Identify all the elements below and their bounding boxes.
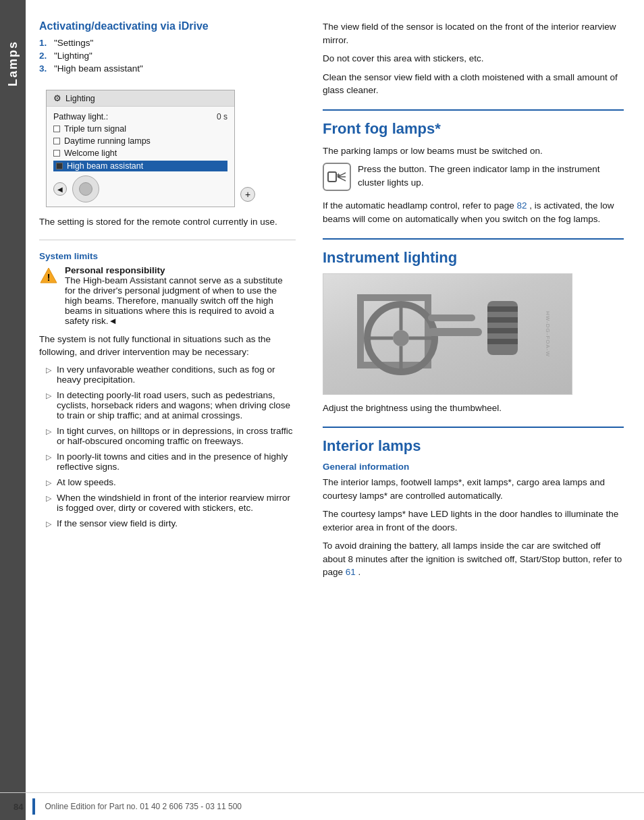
bullet-6: ▷ When the windshield in front of the in… (39, 493, 296, 513)
idrive-title-bar: ⚙ Lighting (47, 90, 234, 107)
fog-link[interactable]: 82 (516, 200, 527, 211)
divider-instrument (323, 238, 624, 240)
thumb-line-1 (487, 306, 518, 312)
menu-item-2: Daytime running lamps (53, 135, 227, 147)
step-1-text: "Settings" (54, 38, 93, 48)
bullet-arrow-1: ▷ (46, 366, 51, 375)
instrument-heading: Instrument lighting (323, 249, 624, 267)
footer-bar (32, 798, 35, 815)
warning-text: Personal responsibility The High-beam As… (65, 265, 296, 326)
side-tab-label: Lamps (6, 40, 20, 86)
steps-list: 1. "Settings" 2. "Lighting" 3. "High bea… (39, 38, 296, 74)
menu-item-3: Welcome light (53, 147, 227, 159)
idrive-heading: Activating/deactivating via iDrive (39, 20, 296, 32)
steering-wheel-svg (364, 301, 438, 375)
svg-rect-2 (328, 172, 336, 182)
fog-text-2-pre: If the automatic headlamp control, refer… (323, 200, 514, 211)
bullet-arrow-4: ▷ (46, 453, 51, 462)
menu-item-1: Triple turn signal (53, 123, 227, 135)
system-limits-heading: System limits (39, 251, 296, 261)
bullet-6-text: When the windshield in front of the inte… (57, 493, 296, 513)
warning-title: Personal responsibility (65, 265, 165, 275)
general-text-2: The courtesy lamps* have LED lights in t… (323, 508, 624, 534)
bullet-5-text: At low speeds. (57, 477, 116, 487)
system-intro: The system is not fully functional in si… (39, 333, 296, 359)
pathway-label: Pathway light.: (53, 112, 108, 121)
menu-item-3-left: Welcome light (53, 148, 117, 158)
step-2-num: 2. (39, 51, 50, 61)
checkbox-2 (53, 138, 60, 144)
bullet-2-text: In detecting poorly-lit road users, such… (57, 390, 296, 420)
bullet-arrow-2: ▷ (46, 391, 51, 400)
menu-item-2-label: Daytime running lamps (64, 136, 151, 146)
idrive-knob[interactable] (72, 175, 99, 202)
menu-item-1-left: Triple turn signal (53, 124, 126, 134)
svg-text:*: * (337, 172, 340, 182)
sensor-text-1: The view field of the sensor is located … (323, 20, 624, 47)
general-text-3: To avoid draining the battery, all lamps… (323, 539, 624, 579)
pathway-value: 0 s (217, 112, 227, 121)
thumb-line-2 (487, 317, 518, 323)
step-3-text: "High beam assistant" (54, 63, 143, 74)
stalk-right (428, 328, 482, 336)
instrument-text: Adjust the brightness using the thumbwhe… (323, 402, 624, 415)
warning-body: The High-beam Assistant cannot serve as … (65, 275, 283, 326)
instrument-img-inner: HW-DG-FOA-W (323, 274, 572, 394)
fog-lamps-heading: Front fog lamps* (323, 120, 624, 138)
nav-left-button[interactable]: ◀ (53, 182, 67, 196)
right-column: The view field of the sensor is located … (309, 20, 644, 820)
sensor-text-3: Clean the sensor view field with a cloth… (323, 71, 624, 97)
bullet-arrow-7: ▷ (46, 520, 51, 528)
bullet-arrow-6: ▷ (46, 494, 51, 503)
sensor-text-2: Do not cover this area with stickers, et… (323, 52, 624, 65)
bullet-1-text: In very unfavorable weather conditions, … (57, 364, 296, 385)
bullet-3: ▷ In tight curves, on hilltops or in dep… (39, 426, 296, 446)
step-3-num: 3. (39, 63, 50, 74)
general-heading: General information (323, 462, 624, 472)
stored-text: The setting is stored for the remote con… (39, 215, 296, 229)
bullet-arrow-3: ▷ (46, 427, 51, 436)
thumb-line-4 (487, 339, 518, 344)
checkbox-4 (56, 163, 63, 169)
fog-button-box: * Press the button. The green indicator … (323, 163, 624, 191)
step-1-num: 1. (39, 38, 50, 48)
page-footer: 84 Online Edition for Part no. 01 40 2 6… (0, 792, 644, 820)
warning-box: ! Personal responsibility The High-beam … (39, 265, 296, 326)
step-2: 2. "Lighting" (39, 51, 296, 61)
bullet-7-text: If the sensor view field is dirty. (57, 518, 178, 528)
fog-button-icon: * (323, 163, 351, 191)
checkbox-3 (53, 150, 60, 157)
svg-text:!: ! (47, 272, 51, 283)
idrive-title-text: Lighting (65, 94, 95, 103)
fog-text-1: The parking lamps or low beams must be s… (323, 144, 624, 158)
general-text-1: The interior lamps, footwell lamps*, exi… (323, 476, 624, 502)
menu-item-4-highlighted: High beam assistant (53, 161, 227, 171)
divider-1 (39, 240, 296, 240)
plus-button[interactable]: + (240, 187, 255, 202)
warning-icon: ! (39, 267, 58, 285)
menu-item-3-label: Welcome light (64, 148, 117, 158)
thumbwheel (487, 301, 518, 355)
instrument-image: HW-DG-FOA-W (323, 273, 572, 395)
menu-item-4-left: High beam assistant (56, 161, 143, 171)
page-number: 84 (14, 802, 23, 812)
pathway-row: Pathway light.: 0 s (53, 111, 227, 123)
menu-item-4-label: High beam assistant (67, 161, 143, 171)
fog-lamp-svg: * (327, 167, 347, 187)
idrive-body: Pathway light.: 0 s Triple turn signal (47, 107, 234, 207)
general-link[interactable]: 61 (346, 567, 356, 577)
general-text-3-pre: To avoid draining the battery, all lamps… (323, 541, 622, 577)
divider-fog (323, 109, 624, 111)
idrive-knob-inner (79, 182, 92, 196)
main-content: Activating/deactivating via iDrive 1. "S… (26, 0, 644, 820)
img-watermark: HW-DG-FOA-W (544, 310, 550, 356)
idrive-icon: ⚙ (53, 93, 61, 103)
bullet-4-text: In poorly-lit towns and cities and in th… (57, 452, 296, 472)
menu-item-1-label: Triple turn signal (64, 124, 126, 134)
stalk-left (428, 315, 475, 321)
bullet-7: ▷ If the sensor view field is dirty. (39, 518, 296, 528)
general-text-3-post: . (358, 567, 361, 577)
bullet-arrow-5: ▷ (46, 479, 51, 487)
thumb-line-3 (487, 328, 518, 333)
step-3: 3. "High beam assistant" (39, 63, 296, 74)
